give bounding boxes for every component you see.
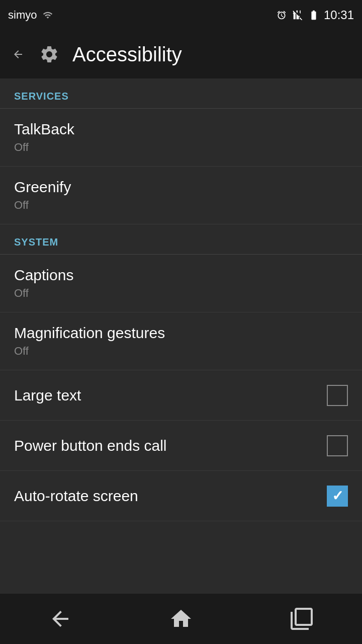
back-arrow[interactable] (10, 46, 26, 62)
battery-icon (308, 9, 320, 21)
page-title: Accessibility (72, 43, 182, 66)
large-text-checkbox[interactable] (327, 385, 348, 406)
auto-rotate-screen-checkbox[interactable] (327, 486, 348, 507)
system-section-header: SYSTEM (0, 224, 362, 254)
alarm-icon (276, 9, 288, 21)
captions-subtitle: Off (14, 287, 73, 300)
large-text-item[interactable]: Large text (0, 370, 362, 421)
large-text-text: Large text (14, 387, 81, 404)
time-display: 10:31 (324, 8, 354, 22)
status-bar: simyo 10:31 (0, 0, 362, 30)
greenify-title: Greenify (14, 179, 71, 196)
nav-bar (0, 594, 362, 644)
magnification-gestures-title: Magnification gestures (14, 325, 165, 342)
greenify-text: Greenify Off (14, 179, 71, 212)
power-button-ends-call-item[interactable]: Power button ends call (0, 421, 362, 471)
nav-home-button[interactable] (151, 604, 211, 634)
magnification-gestures-text: Magnification gestures Off (14, 325, 165, 358)
auto-rotate-screen-text: Auto-rotate screen (14, 488, 138, 505)
settings-list: SERVICES TalkBack Off Greenify Off SYSTE… (0, 78, 362, 521)
auto-rotate-screen-title: Auto-rotate screen (14, 488, 138, 505)
power-button-ends-call-title: Power button ends call (14, 437, 167, 454)
signal-bars-icon (292, 9, 304, 21)
power-button-ends-call-checkbox[interactable] (327, 435, 348, 456)
settings-gear-icon (36, 41, 62, 67)
talkback-item[interactable]: TalkBack Off (0, 109, 362, 167)
captions-item[interactable]: Captions Off (0, 255, 362, 312)
greenify-item[interactable]: Greenify Off (0, 167, 362, 224)
signal-icon (42, 9, 54, 21)
power-button-ends-call-text: Power button ends call (14, 437, 167, 454)
talkback-subtitle: Off (14, 141, 74, 154)
talkback-title: TalkBack (14, 121, 74, 138)
nav-recents-button[interactable] (272, 604, 332, 634)
services-section-header: SERVICES (0, 78, 362, 108)
captions-title: Captions (14, 267, 73, 284)
magnification-gestures-subtitle: Off (14, 345, 165, 358)
action-bar: Accessibility (0, 30, 362, 78)
nav-back-button[interactable] (30, 604, 90, 634)
status-bar-left: simyo (8, 9, 54, 22)
system-label: SYSTEM (14, 236, 58, 248)
status-bar-right: 10:31 (276, 8, 354, 22)
auto-rotate-screen-item[interactable]: Auto-rotate screen (0, 471, 362, 521)
magnification-gestures-item[interactable]: Magnification gestures Off (0, 312, 362, 370)
talkback-text: TalkBack Off (14, 121, 74, 154)
carrier-text: simyo (8, 9, 37, 22)
services-label: SERVICES (14, 91, 69, 102)
captions-text: Captions Off (14, 267, 73, 300)
large-text-title: Large text (14, 387, 81, 404)
greenify-subtitle: Off (14, 199, 71, 212)
